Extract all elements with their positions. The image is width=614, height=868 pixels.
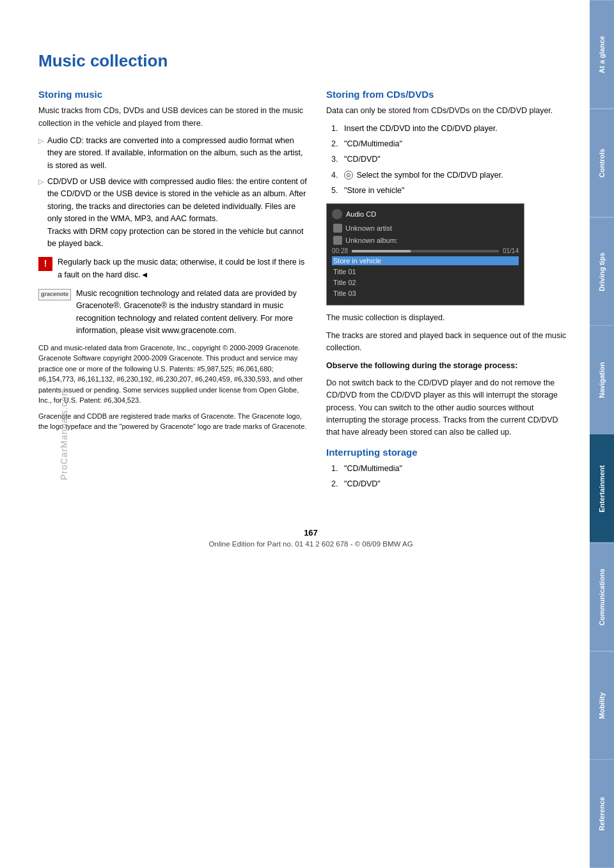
sidebar-item-navigation[interactable]: Navigation — [590, 325, 614, 434]
gracenote-text: Music recognition technology and related… — [76, 288, 307, 337]
interrupting-heading: Interrupting storage — [326, 447, 569, 458]
screenshot-row-store: Store in vehicle — [332, 256, 519, 265]
warning-box: ! Regularly back up the music data; othe… — [38, 256, 307, 281]
two-column-layout: Storing music Music tracks from CDs, DVD… — [38, 89, 583, 495]
progress-fill — [352, 250, 411, 252]
audio-cd-icon — [332, 209, 342, 219]
bullet-item-cddvd: ▷ CD/DVD or USB device with compressed a… — [38, 176, 307, 250]
track-count: 01/14 — [503, 247, 519, 254]
footer-text: Online Edition for Part no. 01 41 2 602 … — [38, 540, 583, 548]
bullet-item-audio-cd: ▷ Audio CD: tracks are converted into a … — [38, 135, 307, 172]
screenshot-row-title02: Title 02 — [332, 278, 519, 287]
bullet-list: ▷ Audio CD: tracks are converted into a … — [38, 135, 307, 250]
page-title: Music collection — [38, 51, 583, 71]
screenshot-box: Audio CD Unknown artist Unknown album: 0… — [326, 203, 524, 306]
copyright-text: CD and music-related data from Gracenote… — [38, 343, 307, 406]
bullet-arrow-1: ▷ — [38, 136, 43, 146]
main-content: Music collection Storing music Music tra… — [38, 0, 583, 586]
watermark-text: ProCarManuals.com — [59, 388, 69, 481]
sidebar-item-driving-tips[interactable]: Driving tips — [590, 217, 614, 326]
storing-step-1: 1. Insert the CD/DVD into the CD/DVD pla… — [331, 123, 569, 135]
storing-cds-intro: Data can only be stored from CDs/DVDs on… — [326, 105, 569, 117]
cd-symbol-icon: ⊙ — [344, 171, 353, 180]
storing-step-5: 5. "Store in vehicle" — [331, 185, 569, 197]
storing-step-3: 3. "CD/DVD" — [331, 153, 569, 166]
after-screenshot-text2: The tracks are stored and played back in… — [326, 330, 569, 355]
sidebar-item-entertainment[interactable]: Entertainment — [590, 434, 614, 543]
observe-heading: Observe the following during the storage… — [326, 360, 569, 372]
storing-music-heading: Storing music — [38, 89, 307, 100]
screenshot-row-unknown-album: Unknown album: — [332, 235, 519, 245]
page-number: 167 — [38, 528, 583, 538]
intro-text: Music tracks from CDs, DVDs and USB devi… — [38, 105, 307, 130]
bullet-text-2: CD/DVD or USB device with compressed aud… — [47, 176, 307, 250]
sidebar-item-controls[interactable]: Controls — [590, 109, 614, 217]
time-display: 00:28 — [332, 247, 348, 254]
artist-icon — [333, 224, 342, 233]
warning-text: Regularly back up the music data; otherw… — [58, 256, 307, 281]
bullet-arrow-2: ▷ — [38, 176, 43, 187]
screenshot-row-unknown-artist: Unknown artist — [332, 223, 519, 233]
sidebar: At a glance Controls Driving tips Naviga… — [590, 0, 614, 868]
gracenote-box: gracenote Music recognition technology a… — [38, 288, 307, 337]
screenshot-progress-row: 00:28 01/14 — [332, 247, 519, 254]
storing-steps-list: 1. Insert the CD/DVD into the CD/DVD pla… — [331, 123, 569, 198]
sidebar-item-mobility[interactable]: Mobility — [590, 651, 614, 760]
screenshot-header: Audio CD — [332, 209, 519, 219]
storing-step-4: 4. ⊙ Select the symbol for the CD/DVD pl… — [331, 169, 569, 182]
bullet-text-1: Audio CD: tracks are converted into a co… — [47, 135, 307, 172]
interrupting-steps-list: 1. "CD/Multimedia" 2. "CD/DVD" — [331, 463, 569, 491]
interrupting-step-1: 1. "CD/Multimedia" — [331, 463, 569, 475]
storing-cds-heading: Storing from CDs/DVDs — [326, 89, 569, 100]
sidebar-item-at-a-glance[interactable]: At a glance — [590, 0, 614, 109]
warning-icon: ! — [38, 257, 52, 271]
after-screenshot-text1: The music collection is displayed. — [326, 312, 569, 324]
gracenote-logo-icon: gracenote — [38, 289, 71, 300]
sidebar-item-reference[interactable]: Reference — [590, 759, 614, 868]
progress-bar — [352, 250, 499, 252]
album-icon — [333, 236, 342, 245]
trademark-text: Gracenote and CDDB are registered trade … — [38, 411, 307, 432]
storing-step-2: 2. "CD/Multimedia" — [331, 138, 569, 150]
screenshot-row-title01: Title 01 — [332, 267, 519, 276]
screenshot-row-title03: Title 03 — [332, 289, 519, 298]
interrupting-step-2: 2. "CD/DVD" — [331, 478, 569, 490]
page-footer: 167 Online Edition for Part no. 01 41 2 … — [38, 522, 583, 548]
observe-text: Do not switch back to the CD/DVD player … — [326, 377, 569, 439]
sidebar-item-communications[interactable]: Communications — [590, 543, 614, 651]
right-column: Storing from CDs/DVDs Data can only be s… — [326, 89, 569, 495]
left-column: Storing music Music tracks from CDs, DVD… — [38, 89, 307, 495]
